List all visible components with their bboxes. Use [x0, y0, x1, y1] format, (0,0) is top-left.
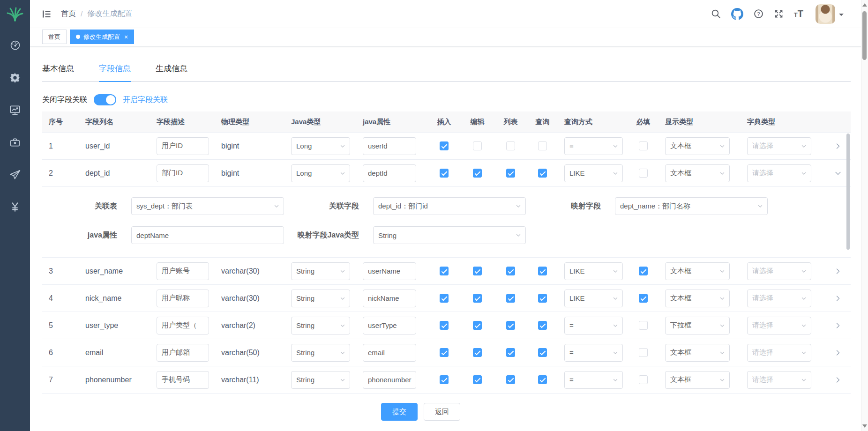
- query-checkbox[interactable]: [538, 267, 547, 275]
- list-checkbox[interactable]: [506, 294, 515, 303]
- field-desc-input[interactable]: 用户邮箱: [157, 344, 209, 362]
- page-scrollbar[interactable]: [861, 0, 868, 431]
- query-type-select[interactable]: =: [564, 344, 623, 362]
- insert-checkbox[interactable]: [440, 321, 449, 330]
- java-type-select[interactable]: String: [291, 317, 350, 334]
- field-desc-input[interactable]: 用户昵称: [157, 290, 209, 307]
- edit-checkbox[interactable]: [473, 375, 482, 384]
- scroll-down-icon[interactable]: [862, 424, 867, 428]
- required-checkbox[interactable]: [639, 141, 648, 150]
- required-checkbox[interactable]: [639, 348, 648, 357]
- query-type-select[interactable]: =: [564, 317, 623, 334]
- sidebar-item-monitor-chart[interactable]: [9, 94, 21, 126]
- field-desc-input[interactable]: 用户ID: [157, 137, 209, 155]
- tab-generate-info[interactable]: 生成信息: [156, 63, 187, 81]
- dict-type-select[interactable]: 请选择: [747, 317, 811, 334]
- expand-row-icon[interactable]: [834, 295, 842, 302]
- search-icon[interactable]: [711, 9, 721, 19]
- java-type-select[interactable]: String: [291, 262, 350, 280]
- display-type-select[interactable]: 文本框: [665, 290, 730, 307]
- query-checkbox[interactable]: [538, 348, 547, 357]
- java-type-select[interactable]: String: [291, 344, 350, 362]
- dict-type-select[interactable]: 请选择: [747, 137, 811, 155]
- edit-checkbox[interactable]: [473, 141, 482, 150]
- dict-type-select[interactable]: 请选择: [747, 344, 811, 362]
- display-type-select[interactable]: 文本框: [665, 371, 730, 389]
- avatar[interactable]: [816, 4, 835, 24]
- mapping-field-select[interactable]: dept_name：部门名称: [615, 197, 768, 215]
- list-checkbox[interactable]: [506, 141, 515, 150]
- dict-type-select[interactable]: 请选择: [747, 290, 811, 307]
- submit-button[interactable]: 提交: [381, 403, 418, 421]
- tag-active-page[interactable]: 修改生成配置 ×: [70, 30, 134, 44]
- chevron-down-icon[interactable]: [839, 14, 844, 18]
- required-checkbox[interactable]: [639, 169, 648, 178]
- back-button[interactable]: 返回: [424, 403, 460, 421]
- scroll-up-icon[interactable]: [862, 3, 867, 7]
- dict-type-select[interactable]: 请选择: [747, 164, 811, 182]
- display-type-select[interactable]: 文本框: [665, 164, 730, 182]
- java-field-input[interactable]: userName: [363, 262, 416, 280]
- edit-checkbox[interactable]: [473, 348, 482, 357]
- query-type-select[interactable]: =: [564, 371, 623, 389]
- list-checkbox[interactable]: [506, 267, 515, 275]
- breadcrumb-home[interactable]: 首页: [61, 9, 76, 19]
- app-logo[interactable]: [0, 0, 30, 29]
- close-tag-icon[interactable]: ×: [124, 34, 128, 40]
- expand-row-icon[interactable]: [834, 376, 842, 384]
- display-type-select[interactable]: 文本框: [665, 344, 730, 362]
- java-field-input[interactable]: userId: [363, 137, 416, 155]
- collapse-row-icon[interactable]: [834, 170, 842, 177]
- insert-checkbox[interactable]: [440, 348, 449, 357]
- java-type-select[interactable]: String: [291, 290, 350, 307]
- edit-checkbox[interactable]: [473, 169, 482, 178]
- required-checkbox[interactable]: [639, 321, 648, 330]
- sidebar-item-dashboard[interactable]: [9, 29, 21, 61]
- java-type-select[interactable]: String: [291, 371, 350, 389]
- java-field-input[interactable]: userType: [363, 317, 416, 334]
- query-checkbox[interactable]: [538, 141, 547, 150]
- field-desc-input[interactable]: 用户类型（: [157, 317, 209, 334]
- query-checkbox[interactable]: [538, 294, 547, 303]
- query-type-select[interactable]: LIKE: [564, 290, 623, 307]
- sidebar-item-paper-plane[interactable]: [9, 158, 21, 191]
- query-type-select[interactable]: =: [564, 137, 623, 155]
- mapping-java-type-select[interactable]: String: [373, 226, 526, 244]
- field-desc-input[interactable]: 部门ID: [157, 164, 209, 182]
- expand-row-icon[interactable]: [834, 142, 842, 150]
- relation-table-select[interactable]: sys_dept：部门表: [131, 197, 284, 215]
- dict-type-select[interactable]: 请选择: [747, 262, 811, 280]
- java-field-input[interactable]: nickName: [363, 290, 416, 307]
- java-field-input[interactable]: phonenumber: [363, 371, 416, 389]
- table-scrollbar-thumb[interactable]: [846, 134, 850, 250]
- expand-row-icon[interactable]: [834, 268, 842, 275]
- java-attribute-input[interactable]: deptName: [131, 226, 284, 244]
- list-checkbox[interactable]: [506, 348, 515, 357]
- relation-toggle-switch[interactable]: [94, 94, 116, 105]
- insert-checkbox[interactable]: [440, 375, 449, 384]
- field-desc-input[interactable]: 手机号码: [157, 371, 209, 389]
- display-type-select[interactable]: 文本框: [665, 262, 730, 280]
- list-checkbox[interactable]: [506, 375, 515, 384]
- required-checkbox[interactable]: [639, 294, 648, 303]
- sidebar-item-toolbox[interactable]: [9, 126, 21, 158]
- fullscreen-icon[interactable]: [774, 9, 784, 19]
- insert-checkbox[interactable]: [440, 141, 449, 150]
- tab-basic-info[interactable]: 基本信息: [42, 63, 74, 81]
- required-checkbox[interactable]: [639, 267, 648, 275]
- sidebar-toggle-icon[interactable]: [41, 9, 52, 19]
- list-checkbox[interactable]: [506, 169, 515, 178]
- sidebar-item-gear[interactable]: [9, 61, 21, 94]
- edit-checkbox[interactable]: [473, 321, 482, 330]
- query-type-select[interactable]: LIKE: [564, 164, 623, 182]
- query-type-select[interactable]: LIKE: [564, 262, 623, 280]
- font-size-icon[interactable]: TT: [794, 8, 803, 19]
- expand-row-icon[interactable]: [834, 349, 842, 357]
- required-checkbox[interactable]: [639, 375, 648, 384]
- insert-checkbox[interactable]: [440, 267, 449, 275]
- query-checkbox[interactable]: [538, 169, 547, 178]
- relation-field-select[interactable]: dept_id：部门id: [373, 197, 526, 215]
- help-icon[interactable]: ?: [754, 9, 763, 19]
- github-icon[interactable]: [731, 8, 743, 20]
- insert-checkbox[interactable]: [440, 294, 449, 303]
